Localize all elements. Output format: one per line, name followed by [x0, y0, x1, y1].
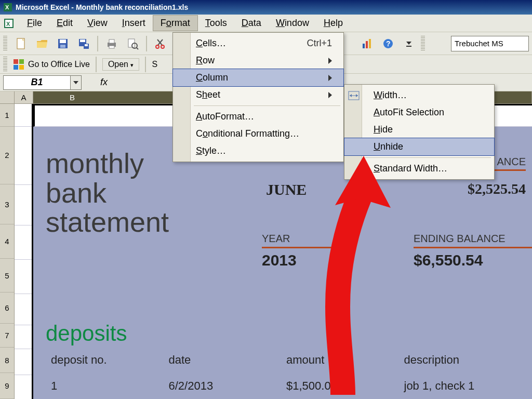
- ending-balance-block: ENDING BALANCE $6,550.54: [414, 233, 532, 269]
- format-cells-item[interactable]: Cells… Ctrl+1: [173, 35, 343, 52]
- svg-point-24: [156, 45, 159, 48]
- format-conditional-item[interactable]: Conditional Formatting…: [173, 125, 343, 142]
- menu-view[interactable]: View: [80, 16, 115, 31]
- chart-wizard-icon[interactable]: [358, 35, 376, 52]
- excel-doc-icon: X: [3, 18, 15, 29]
- svg-marker-7: [37, 40, 47, 42]
- column-width-icon: [348, 89, 360, 102]
- rule-line: [414, 247, 532, 248]
- font-name-select[interactable]: Trebuchet MS: [451, 36, 529, 51]
- menu-window[interactable]: Window: [269, 16, 316, 31]
- menu-separator: [194, 105, 340, 106]
- column-width-item[interactable]: Width…: [344, 87, 494, 104]
- menu-edit[interactable]: Edit: [49, 16, 80, 31]
- menu-bar: X File Edit View Insert Format Tools Dat…: [0, 15, 532, 32]
- column-submenu-dropdown: Width… AutoFit Selection Hide Unhide Sta…: [344, 84, 495, 180]
- column-standard-width-item[interactable]: Standard Width…: [344, 160, 494, 177]
- office-live-open-button[interactable]: Open ▾: [102, 58, 140, 71]
- format-row-item[interactable]: Row: [173, 52, 343, 69]
- header-amount: amount: [286, 353, 404, 367]
- format-sheet-item[interactable]: Sheet: [173, 86, 343, 103]
- beginning-balance-label-partial: ANCE: [497, 156, 526, 168]
- row-header[interactable]: 7: [0, 324, 14, 348]
- format-autoformat-item[interactable]: AutoFormat…: [173, 108, 343, 125]
- column-autofit-item[interactable]: AutoFit Selection: [344, 104, 494, 121]
- svg-rect-40: [19, 65, 24, 70]
- svg-rect-11: [60, 45, 65, 48]
- svg-marker-35: [406, 42, 411, 45]
- window-title: Microsoft Excel - Monthly bank reconcili…: [16, 3, 188, 11]
- column-unhide-item[interactable]: Unhide: [344, 138, 495, 156]
- select-all-corner[interactable]: [0, 91, 15, 103]
- row-header[interactable]: 4: [0, 224, 14, 259]
- row-header[interactable]: 5: [0, 259, 14, 293]
- toolbar-separator: [145, 57, 146, 72]
- row-header[interactable]: 8: [0, 348, 14, 374]
- row-header[interactable]: 9: [0, 373, 14, 399]
- toolbar-grip[interactable]: [3, 36, 7, 51]
- svg-text:?: ?: [386, 39, 391, 48]
- svg-rect-31: [366, 41, 368, 48]
- format-style-item[interactable]: Style…: [173, 142, 343, 159]
- svg-marker-44: [350, 94, 352, 97]
- menu-file[interactable]: File: [20, 16, 49, 31]
- format-menu-dropdown: Cells… Ctrl+1 Row Column Sheet AutoForma…: [172, 32, 344, 162]
- format-column-item[interactable]: Column: [172, 69, 344, 87]
- save-icon[interactable]: [54, 35, 72, 52]
- header-date: date: [169, 353, 287, 367]
- print-icon[interactable]: [103, 35, 121, 52]
- svg-rect-18: [109, 46, 114, 48]
- ending-balance-label: ENDING BALANCE: [414, 233, 532, 245]
- year-label: YEAR: [262, 233, 345, 245]
- row-header[interactable]: 2: [0, 127, 14, 184]
- name-box[interactable]: B1: [3, 75, 71, 90]
- svg-rect-10: [60, 39, 66, 43]
- name-box-dropdown[interactable]: [70, 75, 82, 90]
- office-live-extra-truncated[interactable]: S: [152, 60, 157, 69]
- svg-text:X: X: [6, 21, 10, 27]
- row-header[interactable]: 1: [0, 104, 14, 127]
- svg-rect-38: [19, 59, 24, 64]
- save-as-icon[interactable]: [75, 35, 92, 52]
- svg-rect-15: [85, 44, 88, 46]
- cell-description: job 1, check 1: [404, 379, 522, 393]
- go-to-office-live-link[interactable]: Go to Office Live: [28, 60, 90, 69]
- cell-deposit-no: 1: [51, 379, 169, 393]
- open-folder-icon[interactable]: [33, 35, 51, 52]
- column-hide-item[interactable]: Hide: [344, 121, 494, 138]
- toolbar-separator: [96, 57, 97, 72]
- svg-rect-32: [369, 39, 371, 48]
- font-name-value: Trebuchet MS: [455, 39, 503, 48]
- cell-amount: $1,500.00: [286, 379, 404, 393]
- beginning-balance-value-partial: $2,525.54: [468, 181, 526, 197]
- menu-help[interactable]: Help: [316, 16, 350, 31]
- menu-format[interactable]: Format: [153, 15, 198, 31]
- toolbar-grip[interactable]: [421, 36, 425, 51]
- column-a-cells[interactable]: [15, 104, 33, 399]
- statement-title: monthly bank statement: [46, 149, 169, 237]
- svg-rect-13: [80, 39, 85, 42]
- print-preview-icon[interactable]: [124, 35, 141, 52]
- svg-rect-37: [14, 59, 18, 64]
- toolbar-overflow-icon[interactable]: [400, 35, 418, 52]
- svg-line-21: [136, 47, 138, 49]
- cell-date: 6/2/2013: [169, 379, 287, 393]
- deposits-section-label: deposits: [46, 321, 127, 346]
- header-description: description: [404, 353, 522, 367]
- menu-insert[interactable]: Insert: [115, 16, 153, 31]
- column-header-a[interactable]: A: [15, 91, 33, 103]
- menu-tools[interactable]: Tools: [198, 16, 234, 31]
- cut-icon[interactable]: [152, 35, 169, 52]
- row-header[interactable]: 6: [0, 292, 14, 324]
- office-live-icon: [14, 59, 24, 70]
- help-icon[interactable]: ?: [379, 35, 397, 52]
- deposits-table-headers: deposit no. date amount description: [51, 353, 522, 367]
- menu-data[interactable]: Data: [234, 16, 269, 31]
- toolbar-grip[interactable]: [3, 57, 7, 72]
- menu-separator: [365, 157, 491, 158]
- year-value: 2013: [262, 251, 345, 269]
- new-doc-icon[interactable]: [12, 35, 30, 52]
- row-header[interactable]: 3: [0, 184, 14, 224]
- fx-label[interactable]: fx: [100, 77, 108, 88]
- toolbar-separator: [97, 36, 98, 51]
